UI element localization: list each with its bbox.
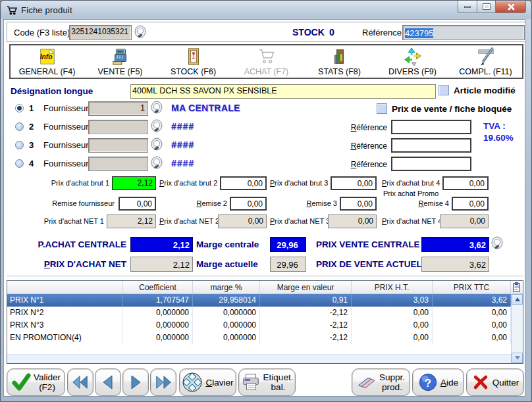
brut-1-input[interactable]: 2,12 — [112, 176, 156, 190]
pen-icon — [476, 47, 496, 66]
tva-label: TVA : — [483, 121, 506, 131]
reference-input[interactable]: 423795 — [402, 25, 525, 40]
bar-chart-icon — [330, 47, 350, 66]
supplier-4-name-placeholder: #### — [171, 158, 194, 168]
question-mark-icon: ? — [418, 372, 438, 392]
tab-achat[interactable]: ACHAT (F7) — [230, 45, 303, 78]
achat-centrale-value[interactable]: 2,12 — [130, 237, 193, 252]
designation-input[interactable]: 400ML DCH SS SAVON PX SENSIBLE — [130, 84, 436, 99]
remise-3-input[interactable]: 0,00 — [340, 197, 377, 211]
tab-stats[interactable]: STATS (F8) — [303, 45, 376, 78]
table-header-coefficient[interactable]: Coefficient — [123, 281, 193, 293]
valider-button[interactable]: Valider(F2) — [7, 368, 65, 396]
supplier-3-reference-input[interactable] — [391, 138, 471, 153]
fiche-bloquee-checkbox[interactable] — [377, 103, 387, 114]
colored-arrows-icon — [403, 47, 423, 66]
supplier-4-reference-input[interactable] — [391, 157, 471, 171]
supplier-3-lookup-icon[interactable] — [150, 138, 163, 152]
quitter-button[interactable]: Quitter — [466, 368, 524, 396]
aide-button[interactable]: ? Aide — [412, 368, 464, 396]
supprimer-produit-button[interactable]: Suppr.prod. — [352, 368, 410, 396]
brut-4-input[interactable]: 0,00 — [442, 176, 489, 190]
last-record-button[interactable] — [150, 368, 176, 396]
supplier-2-input[interactable] — [88, 120, 148, 134]
first-record-button[interactable] — [67, 368, 93, 396]
table-footer-strip — [7, 354, 511, 363]
separator-line — [7, 276, 523, 277]
table-header-prix-ht[interactable]: PRIX H.T. — [352, 281, 433, 293]
table-row-prix3[interactable]: PRIX N°3 0,000000 0,000000 -2,12 0,00 0,… — [7, 319, 523, 332]
supplier-2-num: 2 — [29, 122, 34, 132]
supplier-1-num: 1 — [29, 103, 34, 113]
supplier-4-lookup-icon[interactable] — [150, 156, 163, 170]
supplier-1-lookup-icon[interactable] — [150, 101, 163, 115]
info-note-icon: Info — [38, 47, 57, 66]
code-input[interactable]: 3251241035321 — [69, 25, 132, 40]
table-header-marge-valeur[interactable]: Marge en valeur — [260, 281, 352, 293]
vente-centrale-lookup-icon[interactable] — [491, 236, 504, 251]
achat-centrale-label: P.ACHAT CENTRALE — [9, 239, 126, 249]
supplier-2-reference-input[interactable] — [391, 120, 471, 134]
reference-label: Référence — [362, 28, 402, 38]
supplier-3-name-placeholder: #### — [171, 139, 194, 150]
vente-centrale-value[interactable]: 3,62 — [421, 237, 489, 252]
supplier-3-radio[interactable] — [15, 141, 24, 149]
double-right-arrow-icon — [155, 374, 172, 390]
code-lookup-icon[interactable] — [134, 25, 147, 39]
scroll-down-button[interactable] — [512, 353, 523, 363]
clipboard-icon[interactable] — [512, 282, 521, 292]
remise-3-label: Remise 3 — [279, 199, 337, 207]
table-header-prix-ttc[interactable]: PRIX TTC — [433, 281, 511, 293]
designation-label: Désignation longue — [11, 86, 93, 96]
marge-centrale-value[interactable]: 29,96 — [270, 237, 306, 252]
remise-1-label: Remise fournisseur — [17, 199, 115, 207]
maximize-button[interactable] — [477, 1, 496, 13]
tab-divers[interactable]: DIVERS (F9) — [376, 45, 449, 78]
clavier-button[interactable]: Clavier — [179, 368, 236, 396]
fiche-produit-window: Fiche produit Code (F3 liste) 3251241035… — [0, 0, 532, 402]
remise-4-input[interactable]: 0,00 — [452, 197, 489, 211]
left-arrow-icon — [100, 374, 116, 390]
supplier-3-input[interactable] — [88, 138, 148, 153]
supplier-4-radio[interactable] — [15, 159, 24, 168]
supplier-1-input[interactable]: 1 — [88, 101, 148, 116]
tab-vente[interactable]: 12:40 VENTE (F5) — [84, 45, 157, 78]
triangle-up-icon — [515, 297, 520, 301]
table-row-prix1[interactable]: PRIX N°1 1,707547 29,958014 0,91 3,03 3,… — [7, 294, 523, 307]
stock-label: STOCK — [292, 27, 325, 38]
table-row-promotion[interactable]: EN PROMOTION(4) 0,000000 0,000000 -2,12 … — [7, 332, 523, 344]
brut-3-input[interactable]: 0,00 — [331, 176, 377, 190]
brut-3-label: Prix d'achat brut 3 — [270, 179, 328, 187]
supplier-2-reference-label: Référence — [321, 123, 387, 132]
supplier-2-radio[interactable] — [15, 122, 24, 131]
previous-record-button[interactable] — [95, 368, 121, 396]
reference-selected-text: 423795 — [405, 28, 433, 38]
close-button[interactable] — [496, 1, 526, 13]
tab-compl[interactable]: COMPL. (F11) — [449, 45, 522, 78]
minimize-button[interactable] — [458, 1, 477, 13]
tab-general[interactable]: Info GENERAL (F4) — [11, 45, 84, 78]
remise-1-input[interactable]: 0,00 — [119, 197, 156, 211]
remise-2-input[interactable]: 0,00 — [230, 197, 267, 211]
marge-centrale-label: Marge centrale — [196, 239, 259, 249]
article-modifie-checkbox[interactable] — [439, 85, 449, 95]
table-row-prix2[interactable]: PRIX N°2 0,000000 0,000000 -2,12 0,00 0,… — [7, 307, 523, 319]
vente-actuel-label: PRIX DE VENTE ACTUEL — [316, 259, 422, 269]
table-scrollbar[interactable] — [511, 294, 523, 363]
scroll-up-button[interactable] — [512, 294, 523, 305]
table-header-marge-pct[interactable]: marge % — [193, 281, 260, 293]
table-header-blank — [7, 281, 123, 293]
etiquette-balance-button[interactable]: Etiquet.bal. — [238, 368, 296, 396]
net-4-label: Prix d'achat NET 4 — [382, 217, 440, 225]
next-record-button[interactable] — [122, 368, 149, 396]
supplier-2-name-placeholder: #### — [171, 121, 194, 132]
supplier-4-input[interactable] — [88, 157, 148, 171]
window-titlebar[interactable]: Fiche produit — [1, 1, 531, 19]
fiche-bloquee-label: Prix de vente / fiche bloquée — [392, 104, 512, 114]
tab-stock[interactable]: STOCK (F6) — [157, 45, 230, 78]
supplier-2-lookup-icon[interactable] — [150, 119, 163, 134]
supplier-1-radio[interactable] — [15, 104, 24, 113]
brut-2-input[interactable]: 0,00 — [220, 176, 267, 190]
net-3-label: Prix d'achat NET 3 — [270, 217, 328, 225]
printer-icon — [241, 372, 261, 392]
